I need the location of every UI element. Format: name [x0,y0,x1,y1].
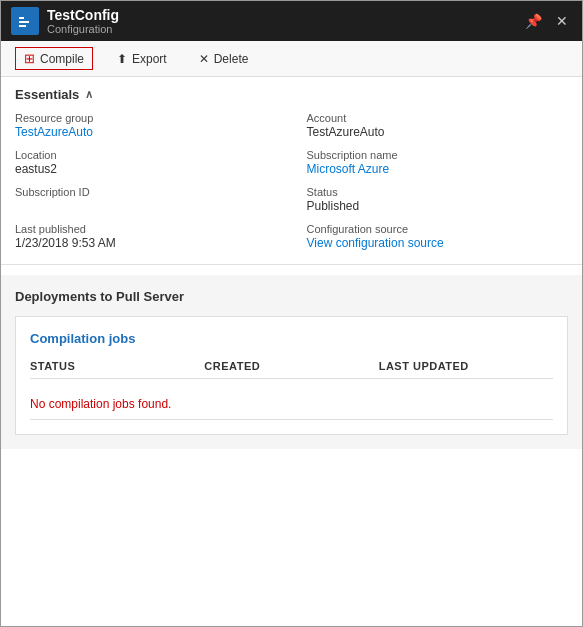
subscription-id-field: Subscription ID [15,186,277,213]
resource-group-value[interactable]: TestAzureAuto [15,125,277,139]
export-button[interactable]: ⬆ Export [109,49,175,69]
location-value: eastus2 [15,162,277,176]
config-source-value[interactable]: View configuration source [307,236,569,250]
essentials-grid: Resource group TestAzureAuto Account Tes… [15,112,568,250]
title-bar-left: TestConfig Configuration [11,7,119,35]
compilation-box: Compilation jobs STATUS CREATED LAST UPD… [15,316,568,435]
export-label: Export [132,52,167,66]
title-text: TestConfig Configuration [47,7,119,35]
config-source-field: Configuration source View configuration … [307,223,569,250]
subscription-name-value[interactable]: Microsoft Azure [307,162,569,176]
delete-label: Delete [214,52,249,66]
table-divider [30,419,553,420]
toolbar: ⊞ Compile ⬆ Export ✕ Delete [1,41,582,77]
table-header: STATUS CREATED LAST UPDATED [30,360,553,379]
deployments-title: Deployments to Pull Server [15,289,568,304]
essentials-header: Essentials ∧ [15,87,568,102]
last-published-label: Last published [15,223,277,235]
main-content: Essentials ∧ Resource group TestAzureAut… [1,77,582,626]
title-bar: TestConfig Configuration 📌 ✕ [1,1,582,41]
app-window: TestConfig Configuration 📌 ✕ ⊞ Compile ⬆… [0,0,583,627]
status-field: Status Published [307,186,569,213]
last-published-field: Last published 1/23/2018 9:53 AM [15,223,277,250]
export-icon: ⬆ [117,52,127,66]
subscription-name-field: Subscription name Microsoft Azure [307,149,569,176]
last-published-value: 1/23/2018 9:53 AM [15,236,277,250]
status-label: Status [307,186,569,198]
col-last-updated: LAST UPDATED [379,360,553,372]
svg-rect-3 [19,25,26,27]
resource-group-field: Resource group TestAzureAuto [15,112,277,139]
chevron-up-icon: ∧ [85,88,93,101]
svg-rect-2 [19,21,29,23]
delete-icon: ✕ [199,52,209,66]
col-created: CREATED [204,360,378,372]
subscription-id-label: Subscription ID [15,186,277,198]
account-field: Account TestAzureAuto [307,112,569,139]
empty-message: No compilation jobs found. [30,387,553,415]
subscription-id-value[interactable] [15,199,277,213]
location-field: Location eastus2 [15,149,277,176]
close-button[interactable]: ✕ [552,11,572,31]
compile-icon: ⊞ [24,51,35,66]
account-label: Account [307,112,569,124]
window-subtitle: Configuration [47,23,119,35]
title-actions: 📌 ✕ [521,11,572,31]
window-title: TestConfig [47,7,119,23]
resource-group-label: Resource group [15,112,277,124]
deployments-section: Deployments to Pull Server Compilation j… [1,275,582,449]
subscription-name-label: Subscription name [307,149,569,161]
status-value: Published [307,199,569,213]
location-label: Location [15,149,277,161]
pin-button[interactable]: 📌 [521,11,546,31]
svg-rect-1 [19,17,24,19]
compile-label: Compile [40,52,84,66]
account-value: TestAzureAuto [307,125,569,139]
compile-button[interactable]: ⊞ Compile [15,47,93,70]
delete-button[interactable]: ✕ Delete [191,49,257,69]
app-icon [11,7,39,35]
essentials-title: Essentials [15,87,79,102]
config-source-label: Configuration source [307,223,569,235]
essentials-section: Essentials ∧ Resource group TestAzureAut… [1,77,582,265]
compilation-title: Compilation jobs [30,331,553,346]
col-status: STATUS [30,360,204,372]
